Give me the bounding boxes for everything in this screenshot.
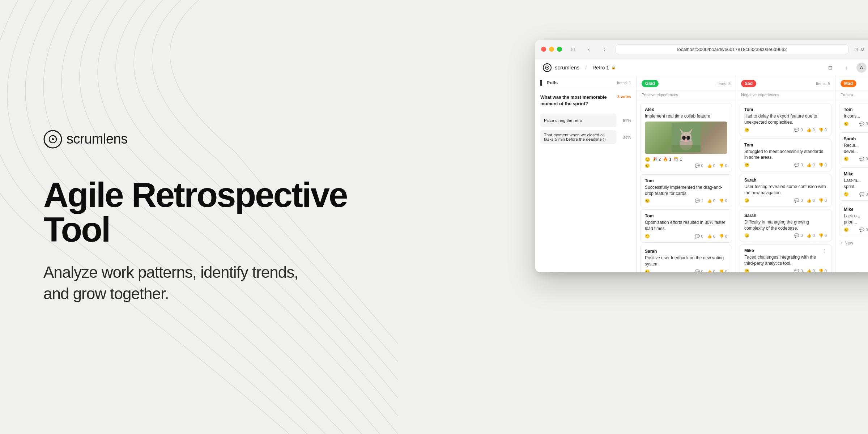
minimize-button[interactable] xyxy=(549,47,554,52)
card-actions: 💬 1 👍 0 👎 0 xyxy=(695,199,727,203)
svg-point-2 xyxy=(52,138,54,140)
mad-card-2: Sarah Recur...devel... 🙂 💬 0 👍 0 👎 0 xyxy=(839,132,868,166)
comment-action[interactable]: 💬 0 xyxy=(794,233,803,238)
card-footer: 🙂 💬 0 👍 0 👎 0 xyxy=(844,122,868,126)
react-icon[interactable]: 🙂 xyxy=(645,199,650,203)
back-button[interactable]: ‹ xyxy=(584,44,594,54)
react-icon[interactable]: 🙂 xyxy=(645,269,650,272)
upvote-action[interactable]: 👍 0 xyxy=(807,233,815,238)
card-footer: 🙂 💬 1 👍 0 👎 0 xyxy=(645,199,727,203)
poll-option-pct-2: 33% xyxy=(620,135,631,139)
sad-label: Sad xyxy=(741,80,756,87)
downvote-action[interactable]: 👎 0 xyxy=(719,199,727,203)
user-avatar[interactable]: A xyxy=(856,63,867,73)
sad-card-3: Sarah User testing revealed some confusi… xyxy=(740,174,831,207)
card-text: Difficulty in managing the growing compl… xyxy=(744,219,827,231)
lock-icon: 🔒 xyxy=(611,65,616,69)
forward-button[interactable]: › xyxy=(600,44,610,54)
poll-option-text-2: That moment when we closed all tasks 5 m… xyxy=(540,130,617,144)
downvote-action[interactable]: 👎 0 xyxy=(818,128,827,132)
card-image xyxy=(645,122,727,154)
react-icon[interactable]: 🙂 xyxy=(844,192,849,197)
card-text: Implement real time collab feature xyxy=(645,113,727,119)
sad-column: Sad Items: 5 Negative experiences Tom Ha… xyxy=(736,76,835,272)
card-author: Tom xyxy=(844,107,868,112)
filter-button[interactable]: ⊟ xyxy=(825,62,836,73)
react-icon[interactable]: 🙂 xyxy=(645,163,650,168)
polls-items-count: Items: 1 xyxy=(617,81,631,85)
upvote-action[interactable]: 👍 0 xyxy=(807,269,815,272)
react-icon[interactable]: 🙂 xyxy=(844,227,849,232)
comment-action[interactable]: 💬 0 xyxy=(859,192,868,197)
poll-option-2: That moment when we closed all tasks 5 m… xyxy=(540,130,631,144)
poll-votes: 3 votes xyxy=(617,94,631,99)
card-footer: 🙂 💬 0 👍 0 👎 0 xyxy=(645,234,727,239)
smiley-icon[interactable]: 🙂 xyxy=(645,157,650,162)
react-icon[interactable]: 🙂 xyxy=(844,157,849,161)
breadcrumb-board[interactable]: Retro 1 🔒 xyxy=(592,65,616,71)
comment-action[interactable]: 💬 0 xyxy=(859,227,868,232)
react-icon[interactable]: 🙂 xyxy=(744,233,749,238)
card-text: Successfully implemented the drag-and-dr… xyxy=(645,184,727,197)
comment-action[interactable]: 💬 1 xyxy=(695,199,703,203)
glad-items-count: Items: 5 xyxy=(716,81,731,86)
downvote-action[interactable]: 👎 0 xyxy=(719,234,727,239)
comment-action[interactable]: 💬 0 xyxy=(859,157,868,161)
upvote-action[interactable]: 👍 0 xyxy=(807,163,815,167)
brand-logo: scrumlens xyxy=(43,130,354,149)
comment-action[interactable]: 💬 0 xyxy=(859,122,868,126)
sort-button[interactable]: ↕ xyxy=(841,62,852,73)
react-icon[interactable]: 🙂 xyxy=(645,234,650,239)
upvote-action[interactable]: 👍 0 xyxy=(707,234,715,239)
react-icon[interactable]: 🙂 xyxy=(744,269,749,272)
downvote-action[interactable]: 👎 0 xyxy=(719,163,727,168)
card-author: Mike xyxy=(744,248,754,253)
maximize-button[interactable] xyxy=(557,47,562,52)
upvote-action[interactable]: 👍 0 xyxy=(807,128,815,132)
comment-action[interactable]: 💬 0 xyxy=(794,163,803,167)
address-bar[interactable]: localhost:3000/boards/66d17818c63239c0ae… xyxy=(616,44,848,54)
close-button[interactable] xyxy=(541,47,546,52)
card-footer: 🙂 💬 0 👍 0 👎 0 xyxy=(744,128,827,132)
card-text: Optimization efforts resulted in 30% fas… xyxy=(645,220,727,232)
comment-action[interactable]: 💬 0 xyxy=(695,269,703,272)
react-icon[interactable]: 🙂 xyxy=(744,128,749,132)
more-options-icon[interactable]: ⋮ xyxy=(822,248,827,254)
traffic-lights xyxy=(541,47,562,52)
sad-card-2: Tom Struggled to meet accessibility stan… xyxy=(740,139,831,172)
upvote-action[interactable]: 👍 0 xyxy=(707,199,715,203)
polls-label: Polls xyxy=(546,80,558,85)
add-card-button[interactable]: + New xyxy=(835,238,868,248)
app-logo-text: scrumlens xyxy=(555,64,579,71)
window-mode-icon[interactable]: ⊡ xyxy=(568,44,578,54)
card-actions: 💬 0 👍 0 👎 0 xyxy=(859,227,868,232)
downvote-action[interactable]: 👎 0 xyxy=(818,198,827,203)
glad-card-3: Tom Optimization efforts resulted in 30%… xyxy=(640,209,732,243)
comment-action[interactable]: 💬 0 xyxy=(695,163,703,168)
comment-action[interactable]: 💬 0 xyxy=(695,234,703,239)
reload-icon[interactable]: ↻ xyxy=(860,47,864,52)
breadcrumb-sep: / xyxy=(585,65,587,71)
card-actions: 💬 0 👍 0 👎 0 xyxy=(859,157,868,161)
reader-icon[interactable]: ⊡ xyxy=(854,47,858,52)
marketing-subheadline: Analyze work patterns, identify trends,a… xyxy=(43,261,354,305)
sad-items-count: Items: 5 xyxy=(816,81,830,86)
upvote-action[interactable]: 👍 0 xyxy=(707,269,715,272)
react-icon[interactable]: 🙂 xyxy=(744,163,749,167)
comment-action[interactable]: 💬 0 xyxy=(794,198,803,203)
react-icon[interactable]: 🙂 xyxy=(744,198,749,203)
downvote-action[interactable]: 👎 0 xyxy=(818,233,827,238)
downvote-action[interactable]: 👎 0 xyxy=(818,163,827,167)
upvote-action[interactable]: 👍 0 xyxy=(807,198,815,203)
react-icon[interactable]: 🙂 xyxy=(844,122,849,126)
card-footer: 🙂 💬 0 👍 0 👎 0 xyxy=(645,163,727,168)
poll-question: What was the most memorable moment of th… xyxy=(540,94,614,107)
downvote-action[interactable]: 👎 0 xyxy=(818,269,827,272)
comment-action[interactable]: 💬 0 xyxy=(794,128,803,132)
downvote-action[interactable]: 👎 0 xyxy=(719,269,727,272)
svg-point-15 xyxy=(685,139,688,141)
comment-action[interactable]: 💬 0 xyxy=(794,269,803,272)
card-text: Last-m...sprint xyxy=(844,178,868,190)
upvote-action[interactable]: 👍 0 xyxy=(707,163,715,168)
sad-card-1: Tom Had to delay the export feature due … xyxy=(740,103,831,136)
